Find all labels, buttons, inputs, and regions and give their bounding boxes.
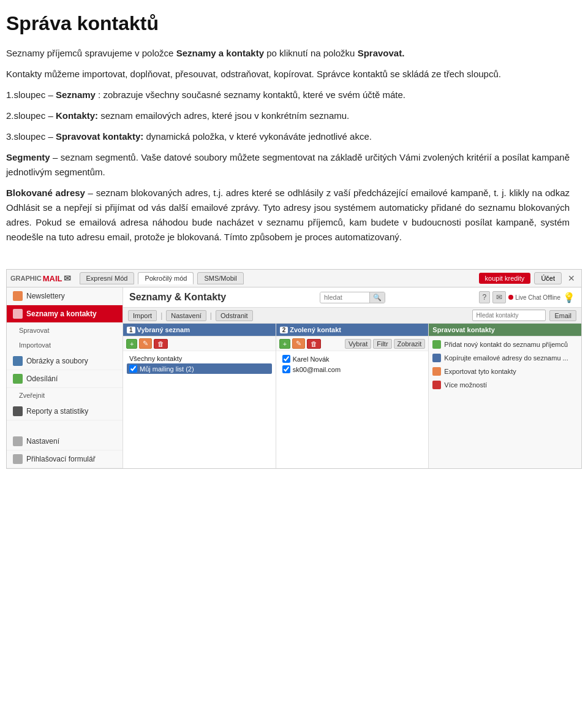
three-cols: 1 Vybraný seznam + ✎ 🗑 Všechny kontakty (123, 324, 581, 468)
sidebar-item-odesilani[interactable]: Odesílání (7, 370, 123, 388)
action-item[interactable]: Exportovat tyto kontakty (432, 366, 578, 377)
logo-mail-text: MAIL (43, 274, 62, 283)
ucet-button[interactable]: Účet (534, 272, 562, 284)
sidebar-item-importovat[interactable]: Importovat (7, 338, 123, 352)
list-item[interactable]: Karel Novák (280, 354, 425, 364)
sidebar-label-newslettery: Newslettery (26, 292, 65, 300)
item-checkbox[interactable] (282, 365, 290, 373)
col-seznamy: 1 Vybraný seznam + ✎ 🗑 Všechny kontakty (123, 324, 276, 468)
blokovane-para: Blokované adresy – seznam blokovaných ad… (6, 186, 570, 245)
action-item[interactable]: Více možností (432, 379, 578, 390)
sidebar-label-nastaveni: Nastavení (26, 437, 59, 446)
sidebar-item-newslettery[interactable]: Newslettery (7, 287, 123, 305)
col2-add-btn[interactable]: + (279, 339, 290, 349)
app-main: Newslettery Seznamy a kontakty Spravovat… (7, 287, 581, 468)
mail-icon: ✉ (64, 273, 71, 283)
sidebar-label-formular: Přihlašovací formulář (26, 455, 96, 463)
search-input[interactable] (320, 292, 369, 302)
odstranit-button[interactable]: Odstranit (216, 310, 253, 321)
panel-search: 🔍 (320, 292, 385, 303)
sidebar-item-seznamy[interactable]: Seznamy a kontakty (7, 305, 123, 323)
col-kontakty: 2 Zvolený kontakt + ✎ 🗑 Vybrat Filtr Zob… (276, 324, 429, 468)
chat-offline-label: Live Chat Offline (515, 294, 560, 301)
item1: 1.sloupec – Seznamy : zobrazuje všechny … (6, 88, 570, 102)
close-icon[interactable]: ✕ (565, 273, 578, 283)
col1-del-btn[interactable]: 🗑 (154, 339, 168, 349)
item-label: Karel Novák (293, 355, 330, 363)
kredity-button[interactable]: koupit kredity (479, 273, 531, 284)
item3: 3.sloupec – Spravovat kontakty: dynamick… (6, 129, 570, 144)
sidebar-item-formular[interactable]: Přihlašovací formulář (7, 450, 123, 468)
col2-del-btn[interactable]: 🗑 (307, 339, 321, 349)
segmenty-para: Segmenty – seznam segmentů. Vaše datové … (6, 150, 570, 180)
col1-list: Všechny kontakty Můj mailing list (2) (123, 351, 276, 376)
logo-graphic-text: GRAPHIC (10, 275, 42, 282)
sidebar-item-spravovat[interactable]: Spravovat (7, 323, 123, 338)
sidebar-label-reporty: Reporty a statistiky (26, 407, 88, 416)
app-logo: GRAPHIC MAIL ✉ (10, 273, 71, 283)
intro-p1: Seznamy příjemců spravujeme v položce Se… (6, 46, 570, 61)
list-item[interactable]: Můj mailing list (2) (127, 363, 272, 374)
item2: 2.sloupec – Kontakty: seznam emailových … (6, 108, 570, 123)
action-label: Kopírujte emailové adresy do seznamu ... (444, 354, 568, 362)
chat-offline-status: Live Chat Offline (508, 294, 560, 301)
action-label: Více možností (444, 381, 487, 389)
lightbulb-icon: 💡 (563, 292, 575, 303)
formular-icon (13, 454, 23, 464)
col2-filtr-btn[interactable]: Filtr (373, 339, 391, 349)
hledat-input[interactable] (473, 311, 546, 320)
col2-vybrat-btn[interactable]: Vybrat (345, 339, 371, 349)
col2-edit-btn[interactable]: ✎ (292, 338, 305, 349)
col2-num: 2 (280, 327, 288, 333)
newslettery-icon (13, 291, 23, 301)
col3-label: Spravovat kontakty (432, 326, 494, 333)
seznamy-icon (13, 309, 23, 319)
list-item[interactable]: sk00@mail.com (280, 364, 425, 374)
col2-toolbar: + ✎ 🗑 Vybrat Filtr Zobrazit (276, 336, 429, 351)
help-button[interactable]: ? (479, 291, 491, 303)
tab-expresni[interactable]: Expresní Mód (80, 272, 135, 284)
col2-zobrazit-btn[interactable]: Zobrazit (394, 339, 426, 349)
nastaveni-button[interactable]: Nastavení (166, 310, 206, 321)
sidebar-item-zverejnit[interactable]: Zveřejnit (7, 388, 123, 403)
app-topbar: GRAPHIC MAIL ✉ Expresní Mód Pokročilý mó… (7, 270, 581, 287)
sidebar-item-nastaveni[interactable]: Nastavení (7, 433, 123, 450)
action-label: Exportovat tyto kontakty (444, 368, 516, 375)
import-button[interactable]: Import (128, 310, 157, 321)
sidebar: Newslettery Seznamy a kontakty Spravovat… (7, 287, 123, 468)
tab-sms[interactable]: SMS/Mobil (197, 272, 243, 284)
list-item[interactable]: Všechny kontakty (127, 354, 272, 363)
email-icon-button[interactable]: ✉ (492, 291, 506, 303)
content-area: Správa kontaktů Seznamy příjemců spravuj… (0, 0, 588, 263)
col2-list: Karel Novák sk00@mail.com (276, 351, 429, 377)
item-checkbox[interactable] (282, 355, 290, 363)
export-icon (432, 367, 441, 376)
col1-add-btn[interactable]: + (126, 339, 137, 349)
sidebar-label-obrazky: Obrázky a soubory (26, 357, 88, 365)
sidebar-item-reporty[interactable]: Reporty a statistiky (7, 403, 123, 420)
sidebar-item-obrazky[interactable]: Obrázky a soubory (7, 352, 123, 370)
sidebar-label-odesilani: Odesílání (26, 374, 58, 383)
item-label: sk00@mail.com (293, 366, 341, 373)
panel-title: Seznamy & Kontakty (129, 292, 226, 303)
col3-header: Spravovat kontakty (429, 324, 581, 336)
panel-icons: ? ✉ Live Chat Offline 💡 (479, 291, 575, 303)
nastaveni-icon (13, 436, 23, 446)
col1-edit-btn[interactable]: ✎ (139, 338, 152, 349)
obrazky-icon (13, 356, 23, 366)
col1-label: Vybraný seznam (137, 326, 190, 333)
col1-num: 1 (127, 327, 135, 333)
email-toolbar-btn[interactable]: Email (549, 310, 576, 321)
item-label: Můj mailing list (2) (140, 365, 194, 373)
main-toolbar: Import | Nastavení | Odstranit 🔍 Email (123, 308, 581, 324)
tab-pokrocily[interactable]: Pokročilý mód (138, 272, 194, 284)
right-panel: Seznamy & Kontakty 🔍 ? ✉ Live Chat Offli… (123, 287, 581, 468)
action-label: Přidat nový kontakt do seznamu příjemců (444, 341, 568, 348)
action-item[interactable]: Přidat nový kontakt do seznamu příjemců (432, 339, 578, 350)
sidebar-label-seznamy: Seznamy a kontakty (26, 310, 97, 318)
col-spravovat: Spravovat kontakty Přidat nový kontakt d… (429, 324, 581, 468)
action-item[interactable]: Kopírujte emailové adresy do seznamu ... (432, 352, 578, 363)
add-contact-icon (432, 340, 441, 349)
search-button[interactable]: 🔍 (369, 292, 385, 303)
item-checkbox[interactable] (129, 365, 137, 373)
